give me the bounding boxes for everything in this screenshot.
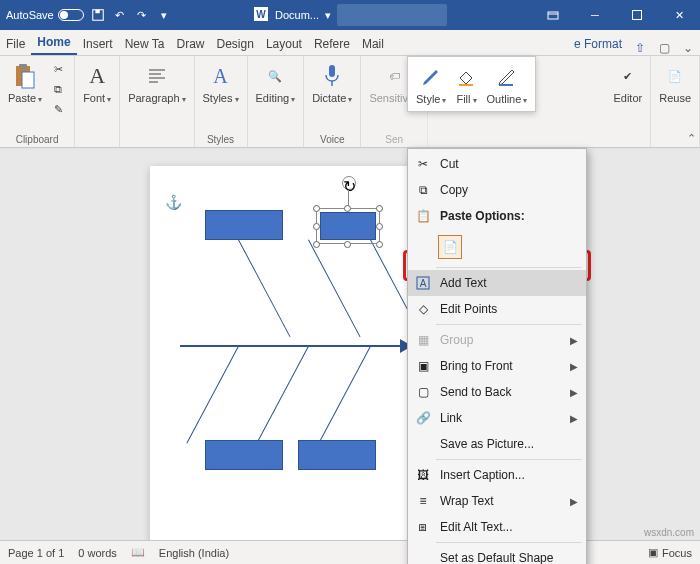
bring-front-icon: ▣ — [414, 357, 432, 375]
resize-handle[interactable] — [313, 241, 320, 248]
clipboard-group-label: Clipboard — [16, 134, 59, 145]
paste-icon — [11, 62, 39, 90]
paste-button[interactable]: Paste — [6, 60, 44, 106]
tab-new[interactable]: New Ta — [119, 33, 171, 55]
minimize-icon[interactable]: ─ — [574, 0, 616, 30]
comments-icon[interactable]: ▢ — [652, 41, 676, 55]
editing-label: Editing — [256, 92, 296, 104]
status-page[interactable]: Page 1 of 1 — [8, 547, 64, 559]
wrap-text-icon: ≡ — [414, 492, 432, 510]
focus-icon: ▣ — [648, 546, 658, 559]
resize-handle[interactable] — [344, 241, 351, 248]
shape-style-button[interactable]: Style — [414, 61, 448, 107]
spine-line[interactable] — [180, 345, 406, 347]
ctx-wrap-text[interactable]: ≡ Wrap Text ▶ — [408, 488, 586, 514]
submenu-arrow-icon: ▶ — [570, 361, 578, 372]
collapse-ribbon-icon[interactable]: ⌄ — [676, 41, 700, 55]
resize-handle[interactable] — [376, 223, 383, 230]
send-back-icon: ▢ — [414, 383, 432, 401]
styles-button[interactable]: A Styles — [201, 60, 241, 106]
context-menu: ✂ Cut ⧉ Copy 📋 Paste Options: 📄 A Add Te… — [407, 148, 587, 564]
format-painter-icon[interactable]: ✎ — [48, 100, 68, 118]
shape-outline-button[interactable]: Outline — [484, 61, 529, 107]
tab-layout[interactable]: Layout — [260, 33, 308, 55]
submenu-arrow-icon: ▶ — [570, 387, 578, 398]
copy-icon: ⧉ — [414, 181, 432, 199]
tab-file[interactable]: File — [0, 33, 31, 55]
rotate-handle-icon[interactable]: ↻ — [342, 176, 356, 190]
ctx-send-to-back[interactable]: ▢ Send to Back ▶ — [408, 379, 586, 405]
svg-text:A: A — [420, 278, 427, 289]
ctx-paste-option[interactable]: 📄 — [408, 229, 586, 265]
submenu-arrow-icon: ▶ — [570, 413, 578, 424]
resize-handle[interactable] — [344, 205, 351, 212]
autosave-toggle[interactable]: AutoSave — [6, 9, 84, 21]
bucket-icon — [452, 63, 480, 91]
svg-rect-10 — [22, 72, 34, 88]
ctx-save-as-picture[interactable]: Save as Picture... — [408, 431, 586, 457]
tab-references[interactable]: Refere — [308, 33, 356, 55]
resize-handle[interactable] — [313, 205, 320, 212]
status-spellcheck-icon[interactable]: 📖 — [131, 546, 145, 559]
tab-insert[interactable]: Insert — [77, 33, 119, 55]
cut-icon[interactable]: ✂ — [48, 60, 68, 78]
reuse-button[interactable]: 📄 Reuse — [657, 60, 693, 106]
ctx-cut[interactable]: ✂ Cut — [408, 151, 586, 177]
status-language[interactable]: English (India) — [159, 547, 229, 559]
redo-icon[interactable]: ↷ — [134, 7, 150, 23]
resize-handle[interactable] — [313, 223, 320, 230]
share-icon[interactable]: ⇧ — [628, 41, 652, 55]
tab-home[interactable]: Home — [31, 31, 76, 55]
close-icon[interactable]: ✕ — [658, 0, 700, 30]
resize-handle[interactable] — [376, 241, 383, 248]
editor-button[interactable]: ✔ Editor — [611, 60, 644, 106]
resize-handle[interactable] — [376, 205, 383, 212]
paste-keep-source-icon[interactable]: 📄 — [438, 235, 462, 259]
ctx-copy[interactable]: ⧉ Copy — [408, 177, 586, 203]
word-icon: W — [253, 6, 269, 24]
tab-shape-format[interactable]: e Format — [568, 33, 628, 55]
ctx-bring-to-front[interactable]: ▣ Bring to Front ▶ — [408, 353, 586, 379]
maximize-icon[interactable] — [616, 0, 658, 30]
submenu-arrow-icon: ▶ — [570, 335, 578, 346]
ctx-group: ▦ Group ▶ — [408, 327, 586, 353]
tab-design[interactable]: Design — [211, 33, 260, 55]
document-title: Docum... — [275, 9, 319, 21]
document-area[interactable]: ⚓ ↻ — [0, 150, 700, 540]
ribbon-display-icon[interactable] — [532, 0, 574, 30]
status-bar: Page 1 of 1 0 words 📖 English (India) ▣ … — [0, 540, 700, 564]
ctx-add-text[interactable]: A Add Text — [408, 270, 586, 296]
ctx-insert-caption[interactable]: 🖼 Insert Caption... — [408, 462, 586, 488]
undo-icon[interactable]: ↶ — [112, 7, 128, 23]
tab-draw[interactable]: Draw — [171, 33, 211, 55]
tab-mailings[interactable]: Mail — [356, 33, 390, 55]
ribbon-tabs: File Home Insert New Ta Draw Design Layo… — [0, 30, 700, 56]
sensitivity-icon: 🏷 — [380, 62, 408, 90]
ctx-set-default-shape[interactable]: Set as Default Shape — [408, 545, 586, 564]
qat-dropdown-icon[interactable]: ▾ — [156, 7, 172, 23]
cause-box[interactable] — [205, 210, 283, 240]
font-label: Font — [83, 92, 111, 104]
search-box[interactable] — [337, 4, 447, 26]
status-focus[interactable]: ▣ Focus — [648, 546, 692, 559]
ctx-link[interactable]: 🔗 Link ▶ — [408, 405, 586, 431]
group-voice: Dictate Voice — [304, 56, 361, 147]
group-paragraph: Paragraph — [120, 56, 194, 147]
font-button[interactable]: A Font — [81, 60, 113, 106]
ctx-edit-points[interactable]: ◇ Edit Points — [408, 296, 586, 322]
dictate-button[interactable]: Dictate — [310, 60, 354, 106]
copy-icon[interactable]: ⧉ — [48, 80, 68, 98]
autosave-label: AutoSave — [6, 9, 54, 21]
outline-pen-icon — [493, 63, 521, 91]
ribbon-collapse-icon[interactable]: ⌃ — [687, 132, 696, 145]
editing-button[interactable]: 🔍 Editing — [254, 60, 298, 106]
paragraph-button[interactable]: Paragraph — [126, 60, 187, 106]
save-icon[interactable] — [90, 7, 106, 23]
autosave-switch-icon[interactable] — [58, 9, 84, 21]
ctx-edit-alt-text[interactable]: 🗉 Edit Alt Text... — [408, 514, 586, 540]
watermark: wsxdn.com — [644, 527, 694, 538]
shape-fill-button[interactable]: Fill — [450, 61, 482, 107]
cause-box[interactable] — [298, 440, 376, 470]
cause-box[interactable] — [205, 440, 283, 470]
status-words[interactable]: 0 words — [78, 547, 117, 559]
